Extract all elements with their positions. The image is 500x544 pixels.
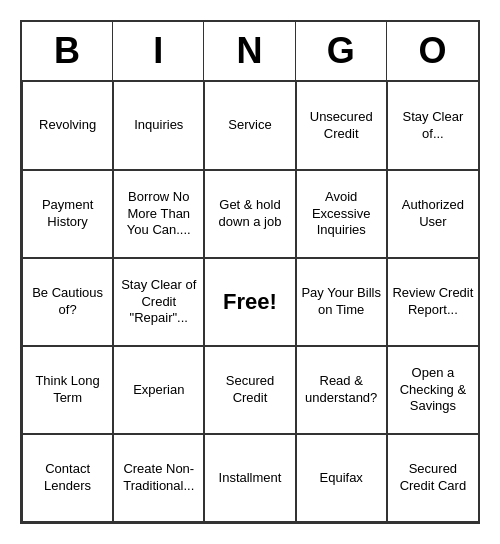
bingo-cell-20: Contact Lenders	[22, 434, 113, 522]
bingo-cell-9: Authorized User	[387, 170, 478, 258]
bingo-cell-18: Read & understand?	[296, 346, 387, 434]
header-letter-n: N	[204, 22, 295, 80]
bingo-cell-22: Installment	[204, 434, 295, 522]
bingo-cell-16: Experian	[113, 346, 204, 434]
bingo-cell-10: Be Cautious of?	[22, 258, 113, 346]
bingo-header: BINGO	[22, 22, 478, 82]
header-letter-i: I	[113, 22, 204, 80]
header-letter-b: B	[22, 22, 113, 80]
bingo-cell-15: Think Long Term	[22, 346, 113, 434]
header-letter-o: O	[387, 22, 478, 80]
bingo-card: BINGO RevolvingInquiriesServiceUnsecured…	[20, 20, 480, 524]
header-letter-g: G	[296, 22, 387, 80]
bingo-cell-6: Borrow No More Than You Can....	[113, 170, 204, 258]
bingo-cell-3: Unsecured Credit	[296, 82, 387, 170]
bingo-cell-19: Open a Checking & Savings	[387, 346, 478, 434]
bingo-cell-11: Stay Clear of Credit "Repair"...	[113, 258, 204, 346]
bingo-cell-14: Review Credit Report...	[387, 258, 478, 346]
bingo-grid: RevolvingInquiriesServiceUnsecured Credi…	[22, 82, 478, 522]
bingo-cell-2: Service	[204, 82, 295, 170]
bingo-cell-21: Create Non-Traditional...	[113, 434, 204, 522]
bingo-cell-23: Equifax	[296, 434, 387, 522]
bingo-cell-13: Pay Your Bills on Time	[296, 258, 387, 346]
bingo-cell-17: Secured Credit	[204, 346, 295, 434]
bingo-cell-24: Secured Credit Card	[387, 434, 478, 522]
bingo-cell-1: Inquiries	[113, 82, 204, 170]
bingo-cell-4: Stay Clear of...	[387, 82, 478, 170]
bingo-cell-12: Free!	[204, 258, 295, 346]
bingo-cell-5: Payment History	[22, 170, 113, 258]
bingo-cell-7: Get & hold down a job	[204, 170, 295, 258]
bingo-cell-8: Avoid Excessive Inquiries	[296, 170, 387, 258]
bingo-cell-0: Revolving	[22, 82, 113, 170]
